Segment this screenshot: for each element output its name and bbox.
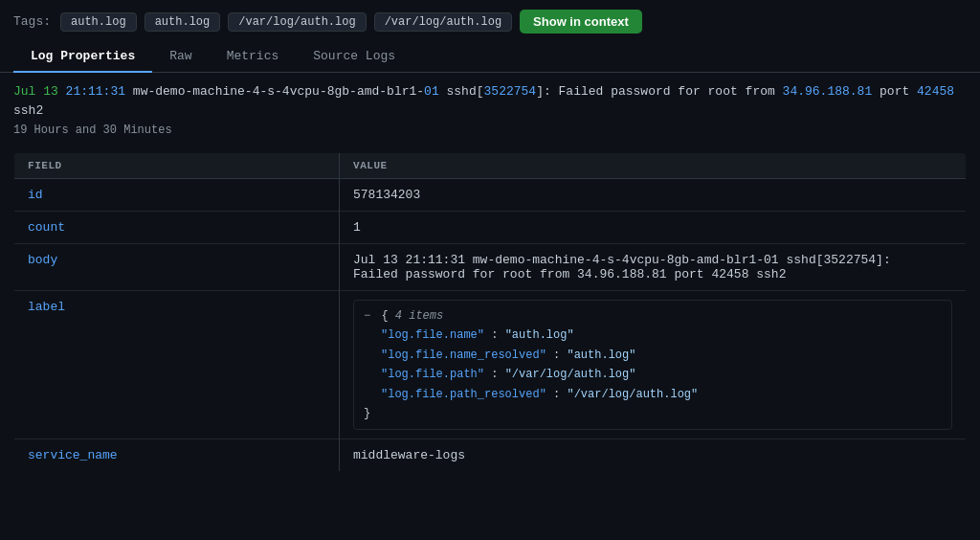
json-val-1: "auth.log" <box>567 349 635 362</box>
tab-log-properties[interactable]: Log Properties <box>13 41 152 73</box>
tag-chip-1: auth.log <box>145 12 221 32</box>
json-entry-0: "log.file.name" : "auth.log" <box>381 326 942 345</box>
log-time: 21:11:31 <box>66 84 125 99</box>
field-service-name: service_name <box>14 439 340 472</box>
log-bracket: ]: Failed password for root from <box>536 84 782 99</box>
json-entry-3: "log.file.path_resolved" : "/var/log/aut… <box>381 385 942 404</box>
table-row-service-name: service_name middleware-logs <box>14 439 967 472</box>
tag-chip-3: /var/log/auth.log <box>374 12 512 32</box>
value-body: Jul 13 21:11:31 mw-demo-machine-4-s-4vcp… <box>340 244 967 291</box>
table-row-label: label − { 4 items "log.file.name" : "aut… <box>14 291 967 439</box>
json-key-0: "log.file.name" <box>381 328 484 342</box>
json-entries: "log.file.name" : "auth.log" "log.file.n… <box>364 326 942 404</box>
json-val-0: "auth.log" <box>505 328 574 342</box>
log-date: Jul 13 <box>13 84 66 99</box>
json-collapse-icon[interactable]: − <box>364 309 370 323</box>
json-val-2: "/var/log/auth.log" <box>505 368 636 381</box>
log-host-num: 01 <box>424 84 439 99</box>
log-line: Jul 13 21:11:31 mw-demo-machine-4-s-4vcp… <box>13 82 967 120</box>
json-key-2: "log.file.path" <box>381 368 484 381</box>
log-proto: ssh2 <box>13 103 43 118</box>
field-label: label <box>14 291 340 439</box>
value-service-name: middleware-logs <box>340 439 967 472</box>
value-id: 578134203 <box>340 179 967 212</box>
tags-label: Tags: <box>13 14 51 29</box>
json-val-3: "/var/log/auth.log" <box>567 388 698 401</box>
value-label: − { 4 items "log.file.name" : "auth.log"… <box>340 291 967 439</box>
tag-chip-0: auth.log <box>60 12 137 32</box>
tabs-row: Log Properties Raw Metrics Source Logs <box>0 41 980 73</box>
tab-raw[interactable]: Raw <box>152 41 209 73</box>
json-entry-2: "log.file.path" : "/var/log/auth.log" <box>381 365 942 384</box>
json-open-brace: { <box>381 309 394 323</box>
log-pid: 3522754 <box>484 84 537 99</box>
field-count: count <box>14 212 340 244</box>
field-body: body <box>14 244 340 291</box>
log-port-label: port <box>880 84 917 99</box>
tags-row: Tags: auth.log auth.log /var/log/auth.lo… <box>0 0 980 41</box>
col-header-field: FIELD <box>14 153 340 179</box>
table-row-body: body Jul 13 21:11:31 mw-demo-machine-4-s… <box>14 244 967 291</box>
log-ip: 34.96.188.81 <box>783 84 873 99</box>
show-context-button[interactable]: Show in context <box>520 10 642 34</box>
table-row-id: id 578134203 <box>14 179 967 212</box>
json-close: } <box>364 404 942 423</box>
json-key-1: "log.file.name_resolved" <box>381 349 546 362</box>
json-count: 4 items <box>395 309 443 323</box>
tab-metrics[interactable]: Metrics <box>210 41 297 73</box>
json-key-3: "log.file.path_resolved" <box>381 388 546 401</box>
log-port: 42458 <box>917 84 954 99</box>
log-service: sshd[ <box>447 84 484 99</box>
log-properties-table: FIELD VALUE id 578134203 count 1 body Ju… <box>13 152 967 472</box>
field-id: id <box>14 179 340 212</box>
table-row-count: count 1 <box>14 212 967 244</box>
tab-source-logs[interactable]: Source Logs <box>296 41 412 73</box>
json-block: − { 4 items "log.file.name" : "auth.log"… <box>353 300 952 430</box>
log-host: mw-demo-machine-4-s-4vcpu-8gb-amd-blr1- <box>133 84 424 99</box>
json-header: − { 4 items <box>364 306 942 326</box>
value-count: 1 <box>340 212 967 244</box>
log-line-area: Jul 13 21:11:31 mw-demo-machine-4-s-4vcp… <box>0 73 980 143</box>
col-header-value: VALUE <box>340 153 967 179</box>
json-entry-1: "log.file.name_resolved" : "auth.log" <box>381 346 942 365</box>
tag-chip-2: /var/log/auth.log <box>228 12 366 32</box>
log-age: 19 Hours and 30 Minutes <box>13 122 967 139</box>
